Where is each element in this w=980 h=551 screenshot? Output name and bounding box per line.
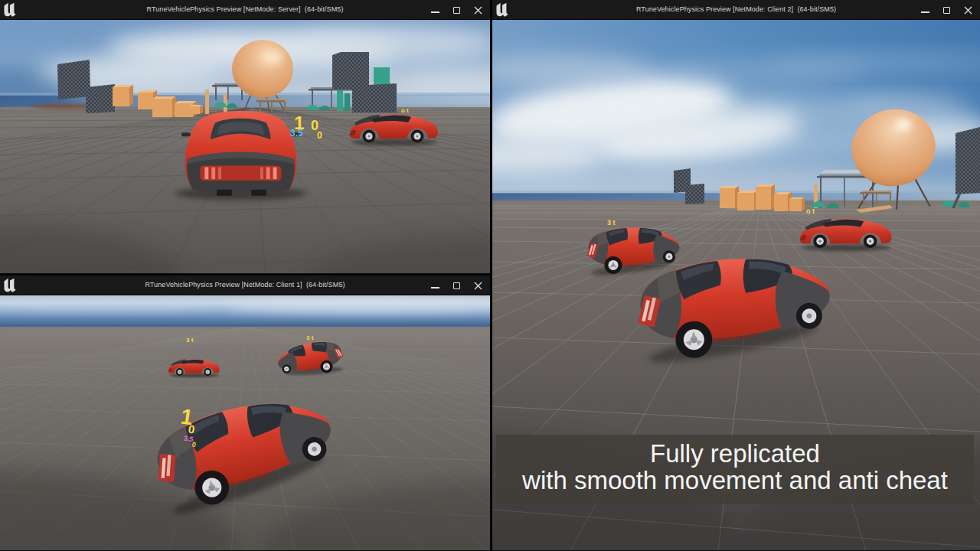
svg-text:3.5: 3.5	[290, 128, 303, 139]
svg-text:o t: o t	[401, 107, 409, 114]
svg-text:3 t: 3 t	[306, 334, 314, 341]
svg-text:3 t: 3 t	[607, 219, 616, 227]
svg-text:3 t: 3 t	[186, 337, 194, 344]
svg-text:0: 0	[317, 130, 322, 141]
svg-text:o t: o t	[806, 207, 815, 215]
